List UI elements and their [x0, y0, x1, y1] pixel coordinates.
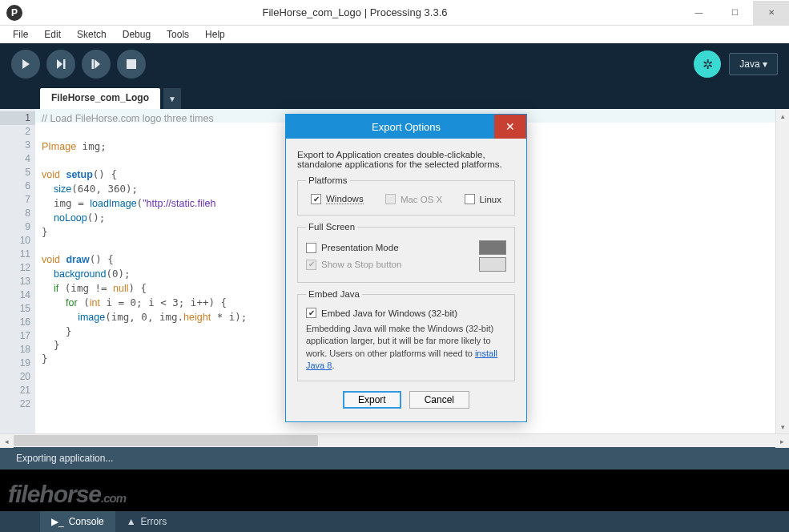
platform-linux-label: Linux: [480, 195, 502, 204]
embed-java-description: Embedding Java will make the Windows (32…: [306, 323, 506, 373]
presentation-mode-label: Presentation Mode: [321, 243, 474, 252]
menu-sketch[interactable]: Sketch: [69, 27, 115, 42]
stop-button-row: ✔ Show a Stop button: [306, 257, 506, 272]
console-tab[interactable]: ▶_ Console: [40, 511, 115, 532]
platforms-legend: Platforms: [306, 175, 350, 185]
line-gutter: 12345678910111213141516171819202122: [0, 109, 35, 433]
status-text: Exporting application...: [16, 453, 113, 464]
menubar: File Edit Sketch Debug Tools Help: [0, 26, 789, 43]
embed-desc-text: Embedding Java will make the Windows (32…: [306, 324, 493, 358]
debug-icon[interactable]: ✲: [694, 50, 721, 78]
checkbox-disabled-checked-icon: ✔: [306, 260, 316, 270]
platform-windows[interactable]: ✔ Windows: [311, 194, 364, 204]
embed-java-legend: Embed Java: [306, 289, 362, 299]
stop-color-swatch: [479, 257, 506, 272]
svg-rect-0: [63, 59, 66, 69]
step-button[interactable]: [46, 50, 75, 79]
dialog-title: Export Options: [372, 121, 441, 133]
bottom-tabbar: ▶_ Console ▲ Errors: [0, 511, 789, 532]
platform-windows-label: Windows: [326, 194, 364, 204]
dialog-close-button[interactable]: ✕: [494, 115, 526, 139]
run-button[interactable]: [11, 50, 40, 79]
toolbar: ✲ Java ▾: [0, 43, 789, 85]
scroll-left-icon[interactable]: ◂: [0, 434, 14, 448]
checkbox-checked-icon[interactable]: ✔: [311, 194, 321, 204]
minimize-button[interactable]: —: [681, 1, 717, 25]
console-tab-label: Console: [69, 516, 104, 527]
warning-icon: ▲: [127, 516, 136, 527]
checkbox-disabled-icon: [385, 194, 396, 204]
maximize-button[interactable]: ☐: [717, 1, 753, 25]
close-button[interactable]: ✕: [753, 1, 789, 25]
checkbox-checked-icon[interactable]: ✔: [306, 308, 316, 318]
window-titlebar: P FileHorse_com_Logo | Processing 3.3.6 …: [0, 0, 789, 26]
errors-tab-label: Errors: [141, 516, 167, 527]
scroll-right-icon[interactable]: ▸: [775, 434, 789, 448]
checkbox-unchecked-icon[interactable]: [465, 194, 475, 204]
sketch-tab-active[interactable]: FileHorse_com_Logo: [40, 88, 160, 109]
menu-debug[interactable]: Debug: [115, 27, 159, 42]
menu-edit[interactable]: Edit: [36, 27, 69, 42]
embed-java-label: Embed Java for Windows (32-bit): [321, 308, 457, 318]
presentation-mode-row[interactable]: Presentation Mode: [306, 240, 506, 255]
mode-selector[interactable]: Java ▾: [729, 53, 778, 75]
stop-button[interactable]: [117, 50, 146, 79]
menu-tools[interactable]: Tools: [159, 27, 197, 42]
window-title: FileHorse_com_Logo | Processing 3.3.6: [29, 6, 681, 18]
export-button[interactable]: Export: [343, 391, 401, 409]
svg-rect-1: [92, 59, 95, 69]
stop-button-label: Show a Stop button: [321, 260, 474, 269]
step-into-button[interactable]: [82, 50, 111, 79]
tab-dropdown-button[interactable]: ▼: [163, 88, 181, 109]
platform-mac-label: Mac OS X: [401, 195, 442, 204]
dialog-intro-2: standalone applications for the selected…: [297, 159, 515, 169]
presentation-color-swatch[interactable]: [479, 240, 506, 255]
fullscreen-legend: Full Screen: [306, 222, 357, 232]
app-icon: P: [6, 5, 22, 21]
platforms-group: Platforms ✔ Windows Mac OS X Linux: [297, 175, 515, 216]
scroll-down-icon[interactable]: ▾: [776, 420, 789, 433]
menu-file[interactable]: File: [5, 27, 36, 42]
checkbox-unchecked-icon[interactable]: [306, 243, 316, 253]
platform-mac: Mac OS X: [385, 194, 442, 204]
sketch-tabbar: FileHorse_com_Logo ▼: [0, 85, 789, 109]
dialog-intro-1: Export to Application creates double-cli…: [297, 150, 515, 159]
status-bar: Exporting application...: [0, 447, 789, 470]
console-icon: ▶_: [51, 516, 64, 527]
platform-linux[interactable]: Linux: [465, 194, 502, 204]
scroll-thumb[interactable]: [14, 435, 318, 446]
fullscreen-group: Full Screen Presentation Mode ✔ Show a S…: [297, 222, 515, 283]
menu-help[interactable]: Help: [197, 27, 233, 42]
embed-java-row[interactable]: ✔ Embed Java for Windows (32-bit): [306, 308, 506, 318]
errors-tab[interactable]: ▲ Errors: [115, 511, 179, 532]
svg-rect-2: [127, 59, 136, 69]
cancel-button[interactable]: Cancel: [409, 391, 469, 409]
vertical-scrollbar[interactable]: ▴ ▾: [775, 109, 789, 433]
embed-java-group: Embed Java ✔ Embed Java for Windows (32-…: [297, 289, 515, 381]
export-options-dialog: Export Options ✕ Export to Application c…: [285, 114, 527, 422]
dialog-titlebar[interactable]: Export Options ✕: [286, 115, 526, 139]
embed-desc-period: .: [332, 361, 334, 370]
horizontal-scrollbar[interactable]: ◂ ▸: [0, 433, 789, 447]
scroll-up-icon[interactable]: ▴: [776, 109, 789, 123]
console-output[interactable]: [0, 470, 789, 511]
